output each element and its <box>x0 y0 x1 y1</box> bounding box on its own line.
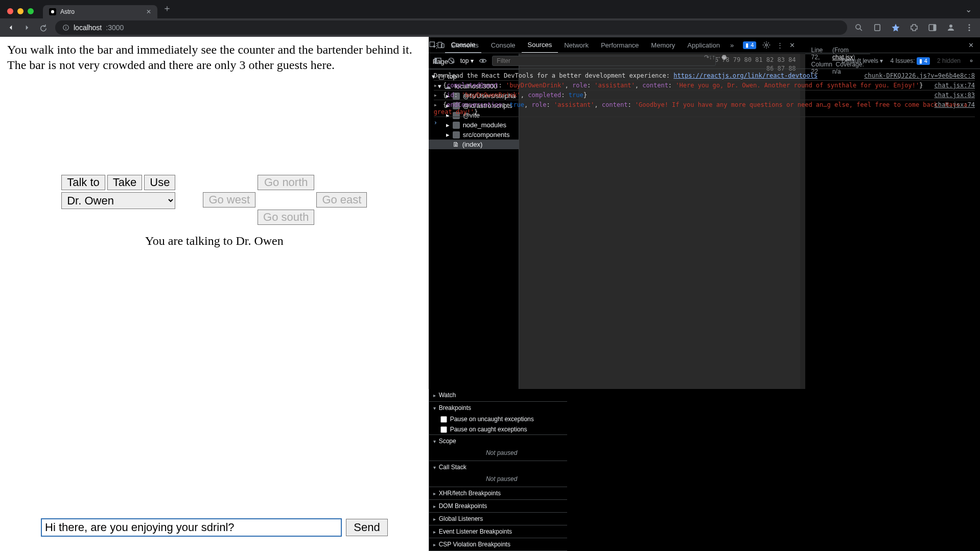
profile-icon[interactable] <box>946 23 955 32</box>
expand-object-icon[interactable]: ▸ <box>434 91 437 99</box>
log-source-link[interactable]: chat.jsx:83 <box>935 91 975 99</box>
scope-not-paused: Not paused <box>429 447 567 461</box>
expand-object-icon[interactable]: ▸ <box>434 101 437 108</box>
console-settings-gear-icon[interactable] <box>968 57 975 64</box>
svg-rect-1 <box>65 27 66 29</box>
deactivate-breakpoints-icon[interactable]: ⬣ <box>721 54 727 69</box>
live-expression-icon[interactable] <box>479 57 487 65</box>
talking-status: You are talking to Dr. Owen <box>0 234 429 248</box>
svg-point-25 <box>970 60 972 62</box>
svg-rect-2 <box>65 26 66 27</box>
svg-point-10 <box>969 30 970 31</box>
svg-rect-22 <box>435 58 437 64</box>
section-xhr[interactable]: XHR/fetch Breakpoints <box>429 487 567 499</box>
step-icon[interactable]: → <box>715 54 721 69</box>
step-over-icon[interactable]: ↷ <box>704 54 709 69</box>
side-panel-icon[interactable] <box>928 23 937 32</box>
console-filter-input[interactable] <box>492 56 716 66</box>
fullscreen-window-button[interactable] <box>28 8 34 14</box>
console-prompt[interactable]: › <box>434 117 975 126</box>
console-object[interactable]: {id: 'buyDrOwenDrink', completed: true} <box>443 91 587 99</box>
talk-to-button[interactable]: Talk to <box>61 175 105 190</box>
address-bar: localhost:3000 <box>0 18 980 37</box>
log-source-link[interactable]: chat.jsx:74 <box>935 101 975 108</box>
browser-tab[interactable]: Astro ✕ <box>43 5 157 18</box>
svg-rect-6 <box>934 25 936 31</box>
url-field[interactable]: localhost:3000 <box>55 20 847 35</box>
url-port: :3000 <box>106 24 124 32</box>
console-output[interactable]: chunk-DFKQJ226.js?v=9e6b4e8c:8 Download … <box>429 69 980 191</box>
chat-input[interactable] <box>41 518 342 537</box>
send-button[interactable]: Send <box>346 519 387 536</box>
section-call-stack[interactable]: Call Stack <box>429 461 567 473</box>
narrative-text: You walk into the bar and immediately se… <box>0 37 429 73</box>
react-devtools-link[interactable]: https://reactjs.org/link/react-devtools <box>673 72 818 79</box>
chevron-down-icon: ▾ <box>471 57 474 64</box>
pause-caught-checkbox[interactable]: Pause on caught exceptions <box>429 424 567 434</box>
extensions-icon[interactable] <box>909 23 919 32</box>
npc-select[interactable]: Dr. Owen <box>61 192 175 209</box>
new-tab-button[interactable]: ＋ <box>157 0 177 18</box>
drawer-kebab-icon[interactable]: ⋮ <box>429 41 445 49</box>
hidden-count[interactable]: 2 hidden <box>937 57 961 64</box>
section-event[interactable]: Event Listener Breakpoints <box>429 525 567 538</box>
astro-favicon <box>49 8 56 15</box>
install-icon[interactable] <box>873 23 882 32</box>
log-levels-select[interactable]: Default levels ▾ <box>842 57 883 64</box>
section-dom[interactable]: DOM Breakpoints <box>429 500 567 512</box>
svg-point-9 <box>969 27 970 29</box>
minimize-window-button[interactable] <box>17 8 24 14</box>
console-sidebar-toggle-icon[interactable] <box>434 57 442 65</box>
callstack-not-paused: Not paused <box>429 473 567 487</box>
issues-summary[interactable]: 4 Issues: ▮ 4 <box>890 57 930 65</box>
execution-context-select[interactable]: top ▾ <box>460 57 474 64</box>
url-host: localhost <box>74 24 102 32</box>
go-north-button[interactable]: Go north <box>258 175 314 190</box>
rendered-page: You walk into the bar and immediately se… <box>0 37 429 551</box>
log-source-link[interactable]: chunk-DFKQJ226.js?v=9e6b4e8c:8 <box>864 72 975 79</box>
use-button[interactable]: Use <box>144 175 175 190</box>
chat-bar: Send <box>0 518 429 551</box>
console-object[interactable]: {completedQuest: 'buyDrOwenDrink', role:… <box>443 82 923 89</box>
svg-rect-4 <box>875 25 880 31</box>
go-south-button[interactable]: Go south <box>258 210 314 225</box>
close-tab-icon[interactable]: ✕ <box>146 8 151 15</box>
movement-grid: Go north Go west Go east Go south <box>203 175 367 225</box>
forward-button[interactable] <box>22 23 32 32</box>
console-object[interactable]: {endConversation: true, role: 'assistant… <box>434 101 967 116</box>
site-info-icon <box>62 24 69 31</box>
svg-point-8 <box>969 24 970 26</box>
window-tab-strip: Astro ✕ ＋ ⌄ <box>0 0 980 18</box>
section-watch[interactable]: Watch <box>429 389 567 401</box>
tab-title: Astro <box>60 8 75 15</box>
section-csp[interactable]: CSP Violation Breakpoints <box>429 538 567 550</box>
bookmark-star-icon[interactable] <box>891 23 900 32</box>
debugger-sidebar: Watch Breakpoints Pause on uncaught exce… <box>429 389 567 551</box>
drawer-close-icon[interactable]: ✕ <box>962 41 980 49</box>
clear-console-icon[interactable] <box>447 57 455 65</box>
close-window-button[interactable] <box>7 8 13 14</box>
go-east-button[interactable]: Go east <box>316 192 367 208</box>
go-west-button[interactable]: Go west <box>203 192 255 208</box>
reload-button[interactable] <box>39 23 48 32</box>
drawer-tab-console[interactable]: Console <box>445 37 482 53</box>
pause-uncaught-checkbox[interactable]: Pause on uncaught exceptions <box>429 414 567 424</box>
section-scope[interactable]: Scope <box>429 435 567 447</box>
svg-point-3 <box>856 25 860 29</box>
traffic-lights <box>4 8 39 18</box>
search-icon[interactable] <box>854 23 864 32</box>
section-global[interactable]: Global Listeners <box>429 513 567 525</box>
expand-object-icon[interactable]: ▸ <box>434 82 437 89</box>
svg-point-7 <box>949 25 952 28</box>
take-button[interactable]: Take <box>107 175 142 190</box>
kebab-menu-icon[interactable] <box>965 23 974 32</box>
back-button[interactable] <box>6 23 15 32</box>
section-breakpoints[interactable]: Breakpoints <box>429 402 567 414</box>
log-source-link[interactable]: chat.jsx:74 <box>935 82 975 89</box>
svg-point-24 <box>482 60 484 62</box>
tabs-overflow-icon[interactable]: ⌄ <box>957 5 980 18</box>
action-controls: Talk to Take Use Dr. Owen Go north Go we… <box>61 175 367 225</box>
